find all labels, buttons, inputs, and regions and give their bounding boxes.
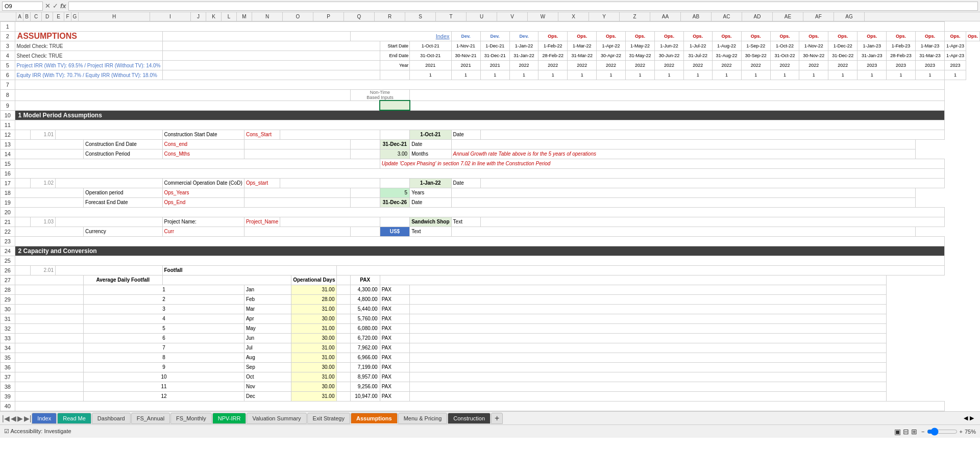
col-AA[interactable]: AA: [650, 12, 681, 21]
col-U[interactable]: U: [467, 12, 497, 21]
row13-rest: [451, 139, 915, 149]
col-V[interactable]: V: [497, 12, 528, 21]
col-Q[interactable]: Q: [344, 12, 375, 21]
zoom-out-icon[interactable]: −: [921, 429, 924, 435]
month-1-opdays[interactable]: 31.00: [291, 285, 337, 294]
col-B[interactable]: B: [23, 12, 31, 21]
normal-view-icon[interactable]: ▣: [894, 428, 901, 436]
tab-assumptions[interactable]: Assumptions: [351, 413, 398, 424]
zoom-in-icon[interactable]: +: [960, 429, 963, 435]
col-J[interactable]: J: [191, 12, 206, 21]
cons-end-value[interactable]: 31-Dec-21: [380, 139, 409, 149]
sheet-prev-prev[interactable]: |◀: [2, 414, 10, 422]
col-L[interactable]: L: [222, 12, 237, 21]
section-2-header: 2 Capacity and Conversion: [15, 246, 944, 256]
col-F[interactable]: F: [64, 12, 71, 21]
forecast-end-value[interactable]: 31-Dec-26: [380, 197, 409, 207]
col-A[interactable]: A: [16, 12, 23, 21]
col-C[interactable]: C: [31, 12, 42, 21]
col-R[interactable]: R: [375, 12, 405, 21]
col-P[interactable]: P: [313, 12, 344, 21]
col-I[interactable]: I: [150, 12, 191, 21]
month-4-opdays[interactable]: 30.00: [291, 314, 337, 323]
proj-name-value[interactable]: Sandwich Shop: [410, 217, 451, 227]
confirm-icon[interactable]: ✓: [53, 2, 58, 10]
col-T[interactable]: T: [436, 12, 467, 21]
col-K[interactable]: K: [206, 12, 222, 21]
ref-103: 1.03: [31, 217, 56, 227]
row13-gap2: [244, 139, 350, 149]
sheet-next-next[interactable]: ▶|: [24, 414, 32, 422]
page-break-icon[interactable]: ⊞: [911, 428, 917, 436]
tab-index[interactable]: Index: [32, 413, 57, 424]
month-10-opdays[interactable]: 31.00: [291, 372, 337, 382]
add-sheet-button[interactable]: +: [491, 413, 503, 424]
index-link[interactable]: Index: [350, 32, 451, 41]
col-H[interactable]: H: [79, 12, 150, 21]
tab-dashboard[interactable]: Dashboard: [92, 413, 131, 424]
sheet-prev[interactable]: ◀: [11, 414, 16, 422]
end-p16: 31-Jan-23: [857, 51, 887, 61]
tab-fs-monthly[interactable]: FS_Monthly: [170, 413, 212, 424]
col-AB[interactable]: AB: [681, 12, 712, 21]
cod-value[interactable]: 1-Jan-22: [410, 178, 451, 188]
col-AF[interactable]: AF: [803, 12, 834, 21]
curr-value[interactable]: US$: [380, 227, 409, 236]
row17-gap2: [280, 178, 380, 188]
col-S[interactable]: S: [405, 12, 436, 21]
row-num-19: 19: [1, 197, 15, 207]
col-Y[interactable]: Y: [589, 12, 620, 21]
scroll-left-icon[interactable]: ◀: [964, 415, 968, 421]
tab-menu-pricing[interactable]: Menu & Pricing: [398, 413, 448, 424]
page-layout-icon[interactable]: ⊟: [903, 428, 909, 436]
month-5-opdays[interactable]: 31.00: [291, 323, 337, 333]
col-W[interactable]: W: [528, 12, 558, 21]
month-2-name: Feb: [244, 294, 291, 304]
row18-gap: [15, 188, 84, 197]
tab-valuation-summary[interactable]: Valuation Summary: [247, 413, 306, 424]
selected-cell-o9[interactable]: [380, 101, 409, 110]
tab-read-me[interactable]: Read Me: [57, 413, 91, 424]
fx-icon[interactable]: fx: [60, 2, 66, 10]
row25-content: [15, 256, 944, 265]
col-O[interactable]: O: [283, 12, 313, 21]
sheet-next[interactable]: ▶: [17, 414, 23, 422]
ops-period-value[interactable]: 5: [380, 188, 409, 197]
col-AE[interactable]: AE: [773, 12, 803, 21]
scroll-right-icon[interactable]: ▶: [970, 415, 974, 421]
cancel-icon[interactable]: ✕: [45, 2, 51, 10]
tab-npv-irr[interactable]: NPV-IRR: [212, 413, 247, 424]
col-X[interactable]: X: [558, 12, 589, 21]
col-AG[interactable]: AG: [834, 12, 865, 21]
month-11-opdays[interactable]: 30.00: [291, 382, 337, 391]
cons-period-value[interactable]: 3.00: [380, 149, 409, 159]
month-2-opdays[interactable]: 28.00: [291, 294, 337, 304]
month-9-opdays[interactable]: 30.00: [291, 362, 337, 372]
col-G[interactable]: G: [71, 12, 79, 21]
col-N[interactable]: N: [252, 12, 283, 21]
tab-construction[interactable]: Construction: [448, 413, 491, 424]
avg-daily-label: Average Daily Footfall: [84, 275, 162, 285]
col-AD[interactable]: AD: [742, 12, 773, 21]
col-D[interactable]: D: [42, 12, 53, 21]
month-7-opdays[interactable]: 31.00: [291, 343, 337, 353]
zoom-slider[interactable]: [927, 428, 958, 436]
month-8-opdays[interactable]: 31.00: [291, 353, 337, 362]
cons-start-value[interactable]: 1-Oct-21: [410, 130, 451, 139]
col-AC[interactable]: AC: [712, 12, 742, 21]
month-3-opdays[interactable]: 31.00: [291, 304, 337, 314]
month-8-num: 8: [84, 353, 244, 362]
formula-input[interactable]: [68, 2, 978, 11]
tab-exit-strategy[interactable]: Exit Strategy: [307, 413, 350, 424]
month-12-opdays[interactable]: 31.00: [291, 391, 337, 401]
col-M[interactable]: M: [237, 12, 252, 21]
col-Z[interactable]: Z: [620, 12, 650, 21]
month-1-name: Jan: [244, 285, 291, 294]
sheet-nav-arrows[interactable]: |◀ ◀ ▶ ▶|: [2, 414, 31, 422]
cell-ref-input[interactable]: O9: [2, 2, 43, 11]
row-num-34: 34: [1, 343, 15, 353]
tab-fs-annual[interactable]: FS_Annual: [131, 413, 170, 424]
col-E[interactable]: E: [53, 12, 64, 21]
row-num-10: 10: [1, 110, 15, 120]
month-6-opdays[interactable]: 30.00: [291, 333, 337, 343]
